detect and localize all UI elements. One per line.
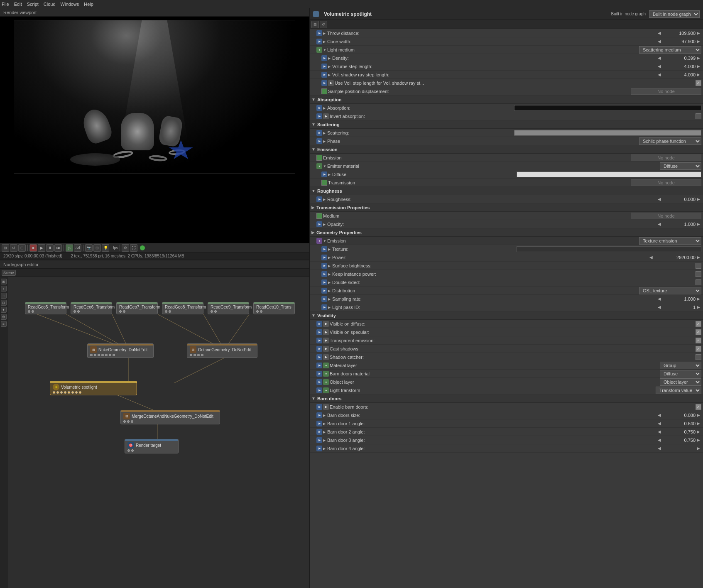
slider-right-power[interactable]: ▶ — [696, 255, 701, 260]
slider-right-barn-door3[interactable]: ▶ — [696, 437, 701, 443]
checkbox-shadow-catcher[interactable] — [696, 354, 701, 360]
section-transmission-props[interactable]: ▶ Transmission Properties — [310, 203, 703, 212]
slider-right-barn-size[interactable]: ▶ — [696, 412, 701, 418]
slider-right-light-pass[interactable]: ▶ — [696, 304, 701, 310]
slider-right-barn-door1[interactable]: ▶ — [696, 421, 701, 426]
slider-left-light-pass[interactable]: ◀ — [656, 304, 662, 310]
slider-right-density[interactable]: ▶ — [696, 55, 701, 61]
slider-right-barn-door4[interactable]: ▶ — [696, 446, 701, 451]
toolbar-btn-2[interactable]: ↺ — [10, 244, 17, 252]
node-render-target[interactable]: 🎯 Render target — [125, 439, 179, 453]
node-octanegeo[interactable]: ⊞ OctaneGeometry_DoNotEdit — [187, 343, 257, 358]
node-readgeo8[interactable]: ReadGeo8_Transform — [162, 302, 203, 314]
ng-icon-4[interactable]: ⊡ — [1, 300, 7, 306]
toolbar-btn-ar[interactable]: Arl — [74, 244, 81, 252]
toolbar-btn-full[interactable]: ⛶ — [130, 244, 137, 252]
ng-icon-7[interactable]: ≡ — [1, 321, 7, 327]
toolbar-btn-3[interactable]: ⊡ — [18, 244, 26, 252]
toolbar-btn-stop[interactable]: ■ — [29, 244, 37, 252]
node-readgeo6[interactable]: ReadGeo6_Transform — [71, 302, 112, 314]
menu-script[interactable]: Script — [27, 2, 39, 7]
checkbox-surface-brightness[interactable] — [696, 263, 701, 269]
menu-edit[interactable]: Edit — [14, 2, 22, 7]
inspector-icon-2[interactable]: ↺ — [320, 21, 327, 28]
dropdown-distribution[interactable]: OSL texture — [639, 287, 701, 294]
slider-left-vol-shadow[interactable]: ◀ — [656, 72, 662, 78]
checkbox-visible-specular[interactable]: ✓ — [696, 329, 701, 335]
toolbar-btn-render[interactable]: ▷ — [66, 244, 73, 252]
slider-right-opacity[interactable]: ▶ — [696, 221, 701, 227]
node-merge[interactable]: ⊞ MergeOctaneAndNukeGeometry_DoNotEdit — [120, 410, 220, 424]
dropdown-light-medium[interactable]: Scattering medium — [639, 46, 701, 54]
toolbar-btn-light[interactable]: 💡 — [102, 244, 109, 252]
slider-left-sampling[interactable]: ◀ — [656, 296, 662, 302]
dropdown-object-layer[interactable]: Object layer — [660, 378, 701, 386]
section-geometry-props[interactable]: ▶ Geometry Properties — [310, 228, 703, 237]
checkbox-transparent-emission[interactable]: ✓ — [696, 338, 701, 343]
node-readgeo9[interactable]: ReadGeo9_Transform — [208, 302, 249, 314]
slider-right-throw[interactable]: ▶ — [696, 30, 701, 36]
section-emission[interactable]: ▼ Emission — [310, 145, 703, 154]
slider-left-barn-door3[interactable]: ◀ — [656, 437, 662, 443]
section-visibility[interactable]: ▼ Visibility — [310, 311, 703, 320]
dropdown-barn-doors-material[interactable]: Diffuse — [660, 370, 701, 377]
slider-right-barn-door2[interactable]: ▶ — [696, 429, 701, 435]
dropdown-light-transform[interactable]: Transform value — [656, 387, 701, 394]
slider-right-vol-shadow[interactable]: ▶ — [696, 72, 701, 78]
toolbar-btn-settings[interactable]: ⚙ — [122, 244, 129, 252]
ng-icon-5[interactable]: ✦ — [1, 307, 7, 313]
menu-help[interactable]: Help — [84, 2, 93, 7]
toolbar-btn-cam[interactable]: 📷 — [85, 244, 93, 252]
slider-left-density[interactable]: ◀ — [656, 55, 662, 61]
section-roughness[interactable]: ▼ Roughness — [310, 187, 703, 195]
node-volumetric-spotlight[interactable]: ☀ Volumetric spotlight — [50, 381, 137, 395]
node-nukegeo[interactable]: ⊞ NukeGeometry_DoNotEdit — [87, 343, 154, 358]
checkbox-keep-instance[interactable] — [696, 271, 701, 277]
ng-icon-6[interactable]: ⚙ — [1, 314, 7, 320]
toolbar-btn-grid[interactable]: ⊞ — [93, 244, 101, 252]
toolbar-btn-play[interactable]: ▶ — [38, 244, 45, 252]
checkbox-cast-shadows[interactable]: ✓ — [696, 346, 701, 352]
dropdown-phase[interactable]: Schlic phase function — [639, 137, 701, 145]
slider-left-opacity[interactable]: ◀ — [656, 221, 662, 227]
ng-icon-1[interactable]: ⊞ — [1, 279, 7, 284]
node-readgeo7[interactable]: ReadGeo7_Transform — [116, 302, 158, 314]
slider-right-cone[interactable]: ▶ — [696, 39, 701, 44]
slider-left-barn-door2[interactable]: ◀ — [656, 429, 662, 435]
node-readgeo10[interactable]: ReadGeo10_Trans — [253, 302, 295, 314]
checkbox-double-sided[interactable] — [696, 279, 701, 285]
slider-left-barn-size[interactable]: ◀ — [656, 412, 662, 418]
checkbox-invert-absorption[interactable] — [696, 113, 701, 119]
slider-left-power[interactable]: ◀ — [648, 255, 654, 260]
dropdown-emitter-material[interactable]: Diffuse — [660, 162, 701, 170]
toolbar-btn-1[interactable]: ⊞ — [2, 244, 9, 252]
bar-texture[interactable] — [517, 246, 702, 252]
menu-windows[interactable]: Windows — [61, 2, 79, 7]
toolbar-btn-next[interactable]: ⏭ — [54, 244, 62, 252]
ng-icon-3[interactable]: → — [1, 293, 7, 299]
slider-left-roughness[interactable]: ◀ — [656, 196, 662, 202]
section-absorption[interactable]: ▼ Absorption — [310, 96, 703, 104]
bar-absorption[interactable] — [514, 105, 702, 111]
slider-left-throw[interactable]: ◀ — [656, 30, 662, 36]
toolbar-btn-pause[interactable]: ⏸ — [46, 244, 54, 252]
slider-left-barn-door4[interactable]: ◀ — [656, 446, 662, 451]
dropdown-material-layer[interactable]: Group — [660, 362, 701, 369]
dropdown-emission2[interactable]: Texture emission — [639, 237, 701, 245]
slider-left-barn-door1[interactable]: ◀ — [656, 421, 662, 426]
node-readgeo5[interactable]: ReadGeo5_Transform — [25, 302, 66, 314]
built-in-dropdown[interactable]: Built in node graph — [649, 10, 700, 18]
slider-right-sampling[interactable]: ▶ — [696, 296, 701, 302]
checkbox-use-vol-step[interactable]: ✓ — [696, 80, 701, 86]
section-barn-doors[interactable]: ▼ Barn doors — [310, 394, 703, 403]
menu-file[interactable]: File — [2, 2, 9, 7]
bar-scattering[interactable] — [514, 130, 702, 136]
slider-left-vol-step[interactable]: ◀ — [656, 64, 662, 69]
inspector-icon-1[interactable]: ⊞ — [311, 21, 319, 28]
checkbox-visible-diffuse[interactable]: ✓ — [696, 321, 701, 327]
section-scattering[interactable]: ▼ Scattering — [310, 120, 703, 129]
checkbox-enable-barn-doors[interactable]: ✓ — [696, 404, 701, 410]
bar-diffuse[interactable] — [517, 172, 702, 177]
slider-right-roughness[interactable]: ▶ — [696, 196, 701, 202]
slider-right-vol-step[interactable]: ▶ — [696, 64, 701, 69]
